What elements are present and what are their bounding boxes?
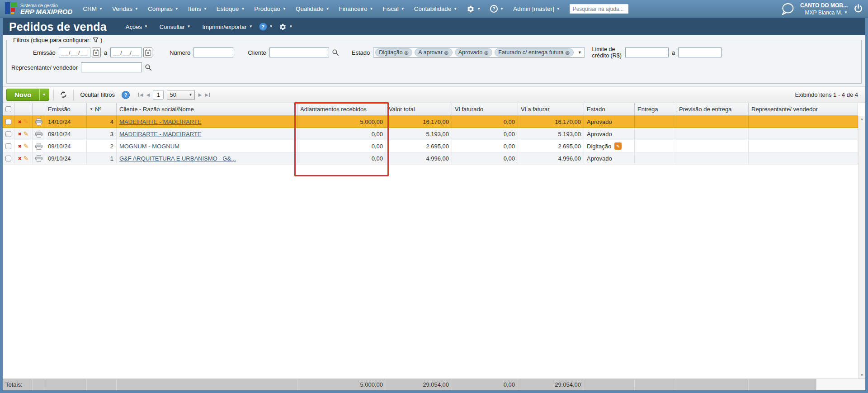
help-icon[interactable]: ? xyxy=(122,91,130,99)
chip-remove-icon[interactable]: ⊗ xyxy=(565,50,570,56)
vertical-scrollbar[interactable]: ▲ ▼ xyxy=(858,116,865,379)
consultar-menu[interactable]: Consultar▼ xyxy=(160,24,191,30)
delete-icon[interactable]: ✖ xyxy=(18,144,21,149)
row-checkbox[interactable] xyxy=(5,156,11,161)
numero-input[interactable] xyxy=(193,47,233,57)
edit-icon[interactable]: ✎ xyxy=(24,142,29,150)
column-header-numero[interactable]: ▼Nº xyxy=(87,103,117,115)
help-search-input[interactable] xyxy=(570,4,628,14)
logout-power-icon[interactable] xyxy=(853,4,863,14)
row-checkbox[interactable] xyxy=(5,143,11,149)
company-link[interactable]: CANTO DO MOB... xyxy=(800,2,848,9)
estado-multiselect[interactable]: Digitação⊗ A aprovar⊗ Aprovado⊗ Faturado… xyxy=(373,47,585,58)
limite-to-input[interactable] xyxy=(678,47,722,57)
prev-page-button[interactable]: ◀ xyxy=(146,92,150,97)
column-header-vl-a-faturar[interactable]: Vl a faturar xyxy=(518,103,584,115)
client-link[interactable]: G&F ARQUITETURA E URBANISMO - G&... xyxy=(119,155,236,162)
table-row[interactable]: ✖✎ 09/10/24 1 G&F ARQUITETURA E URBANISM… xyxy=(3,152,858,165)
imprimir-exportar-menu[interactable]: Imprimir/exportar▼ xyxy=(202,24,252,30)
cliente-input[interactable] xyxy=(269,47,329,57)
menu-qualidade[interactable]: Qualidade▼ xyxy=(296,5,329,12)
edit-icon[interactable]: ✎ xyxy=(24,118,29,125)
emissao-from-input[interactable] xyxy=(59,47,90,57)
column-header-adiantamentos[interactable]: Adiantamentos recebidos xyxy=(297,103,386,115)
filters-legend[interactable]: Filtros (clique para configurar: ) xyxy=(11,37,104,43)
client-link[interactable]: MADEIRARTE - MADEIRARTE xyxy=(119,118,202,125)
calendar-icon[interactable]: 8 xyxy=(92,47,101,57)
delete-icon[interactable]: ✖ xyxy=(18,156,21,161)
menu-compras[interactable]: Compras▼ xyxy=(148,5,179,12)
acoes-menu[interactable]: Ações▼ xyxy=(126,24,148,30)
grid-toolbar: Novo ▼ Ocultar filtros ? ◀ ◀ 50 ▼ ▶ ▶ xyxy=(3,87,865,103)
table-row[interactable]: ✖✎ 14/10/24 4 MADEIRARTE - MADEIRARTE 5.… xyxy=(3,116,858,128)
column-header-vl-faturado[interactable]: Vl faturado xyxy=(452,103,518,115)
ocultar-filtros-button[interactable]: Ocultar filtros xyxy=(78,91,118,98)
refresh-icon[interactable] xyxy=(58,91,69,99)
chip-remove-icon[interactable]: ⊗ xyxy=(484,50,489,56)
chevron-down-icon: ▼ xyxy=(203,7,207,11)
state-edit-icon[interactable]: ✎ xyxy=(614,142,622,150)
table-row[interactable]: ✖✎ 09/10/24 3 MADEIRARTE - MADEIRARTE 0,… xyxy=(3,128,858,140)
admin-menu[interactable]: Admin [master]▼ xyxy=(513,5,560,12)
table-row[interactable]: ✖✎ 09/10/24 2 MOGNUM - MOGNUM 0,00 2.695… xyxy=(3,140,858,152)
client-link[interactable]: MOGNUM - MOGNUM xyxy=(119,143,179,150)
last-page-button[interactable]: ▶ xyxy=(205,92,210,97)
menu-crm[interactable]: CRM▼ xyxy=(83,5,103,12)
scroll-down-icon[interactable]: ▼ xyxy=(860,373,864,377)
column-header-representante[interactable]: Representante/ vendedor xyxy=(749,103,858,115)
page-settings-menu[interactable]: ▼ xyxy=(279,23,292,31)
scroll-up-icon[interactable]: ▲ xyxy=(860,117,864,121)
print-icon[interactable] xyxy=(35,118,42,125)
column-header-entrega[interactable]: Entrega xyxy=(635,103,676,115)
chip-remove-icon[interactable]: ⊗ xyxy=(404,50,409,56)
menu-estoque[interactable]: Estoque▼ xyxy=(217,5,245,12)
representante-input[interactable] xyxy=(81,62,142,72)
settings-menu[interactable]: ▼ xyxy=(467,5,481,13)
app-logo[interactable]: Sistema de gestão ERP MAXIPROD xyxy=(5,2,72,16)
select-all-checkbox[interactable] xyxy=(5,106,11,112)
table-header-row: Emissão ▼Nº Cliente - Razão social/Nome … xyxy=(3,103,858,116)
edit-icon[interactable]: ✎ xyxy=(24,130,29,137)
delete-icon[interactable]: ✖ xyxy=(18,119,21,124)
row-checkbox[interactable] xyxy=(5,119,11,125)
print-icon[interactable] xyxy=(35,131,42,137)
header-print-cell xyxy=(33,103,45,115)
chevron-down-icon[interactable]: ▼ xyxy=(576,50,584,55)
menu-fiscal[interactable]: Fiscal▼ xyxy=(382,5,404,12)
calendar-icon[interactable]: 8 xyxy=(143,47,152,57)
novo-button[interactable]: Novo ▼ xyxy=(6,89,49,101)
logo-tagline: Sistema de gestão xyxy=(20,3,72,8)
page-help-menu[interactable]: ? ▼ xyxy=(259,23,273,31)
column-header-previsao[interactable]: Previsão de entrega xyxy=(676,103,749,115)
cell-emissao: 14/10/24 xyxy=(45,116,87,128)
column-header-estado[interactable]: Estado xyxy=(584,103,635,115)
search-icon[interactable] xyxy=(331,47,340,57)
limite-from-input[interactable] xyxy=(625,47,669,57)
row-checkbox[interactable] xyxy=(5,131,11,137)
client-link[interactable]: MADEIRARTE - MADEIRARTE xyxy=(119,131,202,137)
column-header-cliente[interactable]: Cliente - Razão social/Nome xyxy=(117,103,297,115)
menu-producao[interactable]: Produção▼ xyxy=(254,5,286,12)
help-menu[interactable]: ? ▼ xyxy=(490,5,504,13)
menu-itens[interactable]: Itens▼ xyxy=(188,5,207,12)
novo-dropdown-arrow[interactable]: ▼ xyxy=(39,89,49,100)
page-number-input[interactable] xyxy=(153,90,164,99)
page-size-select[interactable]: 50 ▼ xyxy=(167,90,195,100)
chat-bubble-icon[interactable] xyxy=(780,2,795,16)
menu-contabilidade[interactable]: Contabilidade▼ xyxy=(414,5,457,12)
menu-vendas[interactable]: Vendas▼ xyxy=(112,5,138,12)
menu-financeiro[interactable]: Financeiro▼ xyxy=(339,5,373,12)
next-page-button[interactable]: ▶ xyxy=(198,92,202,97)
delete-icon[interactable]: ✖ xyxy=(18,132,21,137)
chip-remove-icon[interactable]: ⊗ xyxy=(444,50,449,56)
user-menu[interactable]: MXP Bianca M. ▼ xyxy=(805,9,848,16)
first-page-button[interactable]: ◀ xyxy=(138,92,143,97)
print-icon[interactable] xyxy=(35,155,42,162)
column-header-valor-total[interactable]: Valor total xyxy=(386,103,452,115)
cell-adiantamentos: 5.000,00 xyxy=(297,116,386,128)
emissao-to-input[interactable] xyxy=(110,47,142,57)
edit-icon[interactable]: ✎ xyxy=(24,155,29,162)
column-header-emissao[interactable]: Emissão xyxy=(45,103,87,115)
print-icon[interactable] xyxy=(35,143,42,150)
search-icon[interactable] xyxy=(144,62,153,72)
